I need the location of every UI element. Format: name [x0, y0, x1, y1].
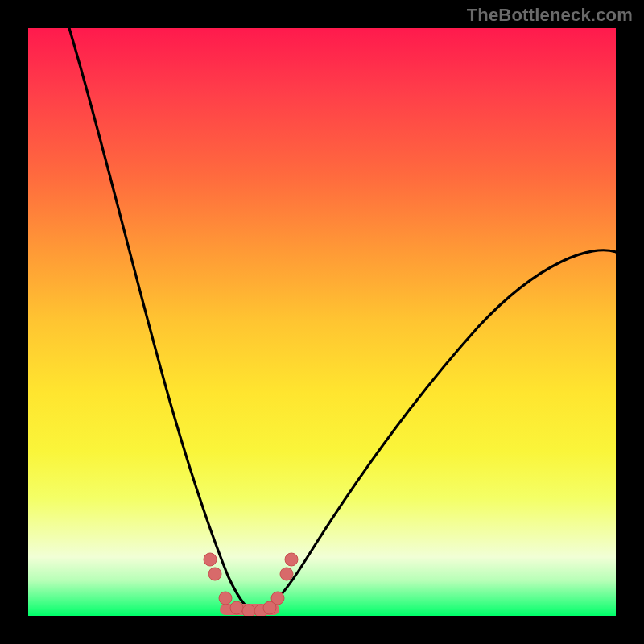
watermark-text: TheBottleneck.com: [467, 5, 633, 26]
marker-point: [242, 605, 255, 616]
marker-point: [230, 601, 243, 614]
outer-frame: TheBottleneck.com: [0, 0, 644, 644]
marker-point: [204, 553, 217, 566]
marker-point: [280, 568, 293, 580]
marker-point: [271, 592, 284, 605]
left-curve: [69, 28, 252, 611]
plot-area: [28, 28, 616, 616]
right-curve: [263, 250, 616, 611]
marker-group: [204, 553, 298, 616]
marker-point: [219, 592, 232, 605]
chart-svg: [28, 28, 616, 616]
marker-point: [208, 568, 221, 580]
marker-point: [285, 553, 298, 566]
